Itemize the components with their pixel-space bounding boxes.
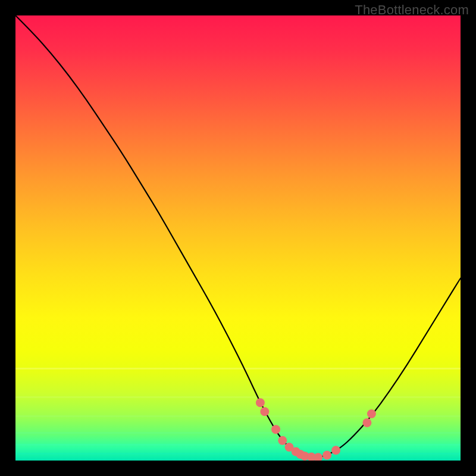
highlight-dot bbox=[322, 451, 331, 460]
highlight-dot bbox=[271, 425, 280, 434]
bottleneck-curve bbox=[15, 15, 461, 458]
highlight-dot bbox=[314, 453, 322, 461]
highlight-dots bbox=[256, 398, 376, 461]
highlight-dot bbox=[260, 407, 269, 416]
highlight-dot bbox=[367, 409, 376, 418]
chart-frame: TheBottleneck.com bbox=[0, 0, 476, 476]
highlight-dot bbox=[362, 418, 371, 427]
highlight-dot bbox=[278, 436, 287, 445]
highlight-dot bbox=[331, 446, 340, 455]
plot-area bbox=[15, 15, 461, 461]
curve-svg bbox=[15, 15, 461, 461]
highlight-dot bbox=[256, 398, 265, 407]
watermark-text: TheBottleneck.com bbox=[355, 2, 469, 18]
